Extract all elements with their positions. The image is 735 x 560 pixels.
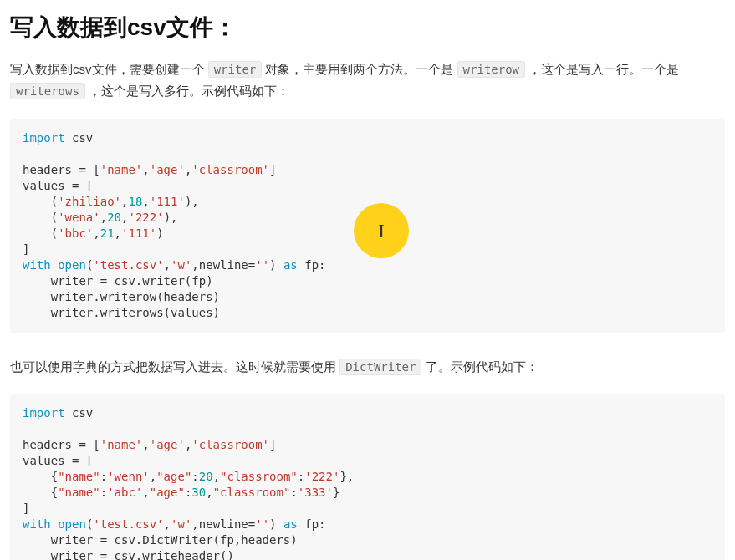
- page-title: 写入数据到csv文件：: [10, 12, 725, 43]
- text-segment: 写入数据到csv文件，需要创建一个: [10, 62, 208, 76]
- text-segment: 了。示例代码如下：: [421, 359, 538, 374]
- inline-code: writer: [208, 61, 263, 78]
- text-segment: 也可以使用字典的方式把数据写入进去。这时候就需要使用: [10, 359, 339, 374]
- inline-code: writerow: [457, 61, 525, 78]
- code-block-2[interactable]: import csv headers = ['name','age','clas…: [10, 394, 725, 560]
- inline-code: DictWriter: [339, 359, 421, 375]
- text-segment: ，这个是写入多行。示例代码如下：: [85, 84, 289, 98]
- code-block-1[interactable]: import csv headers = ['name','age','clas…: [10, 119, 725, 333]
- text-segment: 对象，主要用到两个方法。一个是: [262, 62, 457, 76]
- intro-paragraph-1: 写入数据到csv文件，需要创建一个 writer 对象，主要用到两个方法。一个是…: [10, 59, 725, 102]
- inline-code: writerows: [10, 83, 85, 99]
- text-segment: ，这个是写入一行。一个是: [525, 62, 679, 76]
- intro-paragraph-2: 也可以使用字典的方式把数据写入进去。这时候就需要使用 DictWriter 了。…: [10, 356, 725, 378]
